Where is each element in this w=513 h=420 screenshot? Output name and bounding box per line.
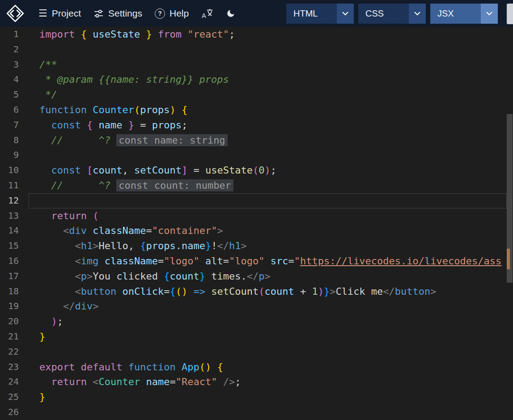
code-token: { (170, 286, 175, 297)
code-line[interactable] (39, 42, 513, 57)
line-number[interactable]: 9 (0, 148, 19, 163)
code-token: div (69, 225, 87, 236)
line-number[interactable]: 13 (0, 208, 19, 224)
code-token: < (75, 240, 81, 251)
code-line[interactable] (39, 193, 513, 208)
code-token (81, 119, 87, 131)
code-token: = (164, 286, 170, 297)
line-number[interactable]: 19 (0, 299, 19, 314)
line-number[interactable]: 15 (0, 238, 19, 254)
line-number[interactable]: 8 (0, 133, 19, 148)
code-line[interactable] (39, 148, 513, 163)
line-number[interactable]: 4 (0, 72, 19, 87)
code-token: < (63, 225, 69, 236)
line-number[interactable]: 24 (0, 374, 19, 390)
line-number[interactable]: 20 (0, 314, 19, 329)
code-token: name (146, 376, 170, 387)
line-number[interactable]: 21 (0, 329, 19, 344)
code-token: > (93, 301, 98, 312)
dark-mode-toggle[interactable] (226, 8, 236, 18)
tab-jsx[interactable]: JSX (430, 4, 498, 24)
line-number[interactable]: 10 (0, 163, 19, 178)
code-area[interactable]: import { useState } from "react";/** * @… (29, 27, 513, 420)
code-token: { (217, 361, 223, 373)
help-menu-button[interactable]: ? Help (155, 8, 189, 19)
code-line[interactable]: } (39, 329, 513, 344)
line-number[interactable]: 16 (0, 254, 19, 269)
code-token: > (264, 271, 270, 282)
code-token: ; (271, 165, 276, 176)
line-number[interactable]: 23 (0, 360, 19, 375)
code-line[interactable]: <p>You clicked {count} times.</p> (39, 269, 513, 284)
line-number[interactable]: 25 (0, 390, 19, 405)
code-token (39, 271, 75, 282)
code-token (39, 119, 51, 131)
code-line[interactable]: ); (39, 314, 513, 329)
code-line[interactable]: */ (39, 87, 513, 102)
line-number[interactable]: 22 (0, 344, 19, 360)
code-token: ; (182, 119, 187, 131)
code-line[interactable]: import { useState } from "react"; (39, 27, 513, 42)
tab-html[interactable]: HTML (286, 4, 354, 24)
line-number[interactable]: 6 (0, 102, 19, 118)
code-token: ) (205, 361, 211, 373)
code-token: "logo" (164, 255, 199, 267)
line-number[interactable]: 14 (0, 223, 19, 238)
line-number[interactable]: 3 (0, 57, 19, 72)
code-token: return (51, 210, 87, 221)
code-token: setCount (211, 286, 259, 297)
code-token: "logo" (229, 255, 264, 267)
code-line[interactable]: <img className="logo" alt="logo" src="ht… (39, 254, 513, 269)
code-line[interactable]: return ( (39, 208, 513, 224)
code-line[interactable]: return <Counter name="React" />; (39, 374, 513, 390)
line-number[interactable]: 7 (0, 118, 19, 133)
code-token: src (271, 255, 288, 267)
code-token: 1 (312, 286, 318, 297)
livecodes-logo[interactable] (5, 4, 25, 23)
code-token: useState (87, 29, 146, 40)
code-token: ) (51, 316, 57, 327)
help-menu-label: Help (170, 8, 189, 19)
code-line[interactable]: const [count, setCount] = useState(0); (39, 163, 513, 178)
code-line[interactable]: * @param {{name: string}} props (39, 72, 513, 87)
code-line[interactable]: function Counter(props) { (39, 102, 513, 118)
code-line[interactable]: // ^? const count: number (39, 178, 513, 193)
line-number[interactable]: 11 (0, 178, 19, 193)
code-line[interactable]: <div className="container"> (39, 223, 513, 238)
code-line[interactable] (39, 344, 513, 360)
code-line[interactable]: export default function App() { (39, 360, 513, 375)
code-line[interactable]: <h1>Hello, {props.name}!</h1> (39, 238, 513, 254)
moon-icon (226, 8, 236, 18)
line-number[interactable]: 26 (0, 405, 19, 420)
code-editor: 1234567891011121314151617181920212223242… (0, 27, 513, 420)
line-number[interactable]: 2 (0, 42, 19, 57)
line-number[interactable]: 17 (0, 269, 19, 284)
code-token: ^? (98, 135, 116, 146)
chevron-down-icon[interactable] (409, 4, 426, 24)
code-token (176, 104, 182, 115)
scrollbar-thumb[interactable] (507, 114, 513, 283)
code-line[interactable]: </div> (39, 299, 513, 314)
code-token: return (51, 376, 87, 387)
code-line[interactable]: } (39, 390, 513, 405)
project-menu-button[interactable]: ☰ Project (38, 8, 81, 19)
code-line[interactable] (39, 405, 513, 420)
chevron-down-icon[interactable] (481, 4, 498, 24)
tab-label: HTML (286, 8, 318, 19)
line-number[interactable]: 1 (0, 27, 19, 42)
line-number[interactable]: 18 (0, 284, 19, 299)
code-line[interactable]: // ^? const name: string (39, 133, 513, 148)
code-token: count (170, 271, 199, 282)
code-line[interactable]: const { name } = props; (39, 118, 513, 133)
code-token (211, 361, 217, 373)
language-translate-button[interactable]: A (201, 8, 213, 19)
editor-scrollbar[interactable] (507, 27, 513, 420)
settings-menu-button[interactable]: Settings (93, 8, 142, 19)
line-number[interactable]: 5 (0, 87, 19, 102)
code-line[interactable]: /** (39, 57, 513, 72)
code-token (39, 210, 51, 221)
chevron-down-icon[interactable] (337, 4, 354, 24)
tab-css[interactable]: CSS (358, 4, 426, 24)
line-number[interactable]: 12 (0, 193, 19, 208)
code-line[interactable]: <button onClick={() => setCount(count + … (39, 284, 513, 299)
